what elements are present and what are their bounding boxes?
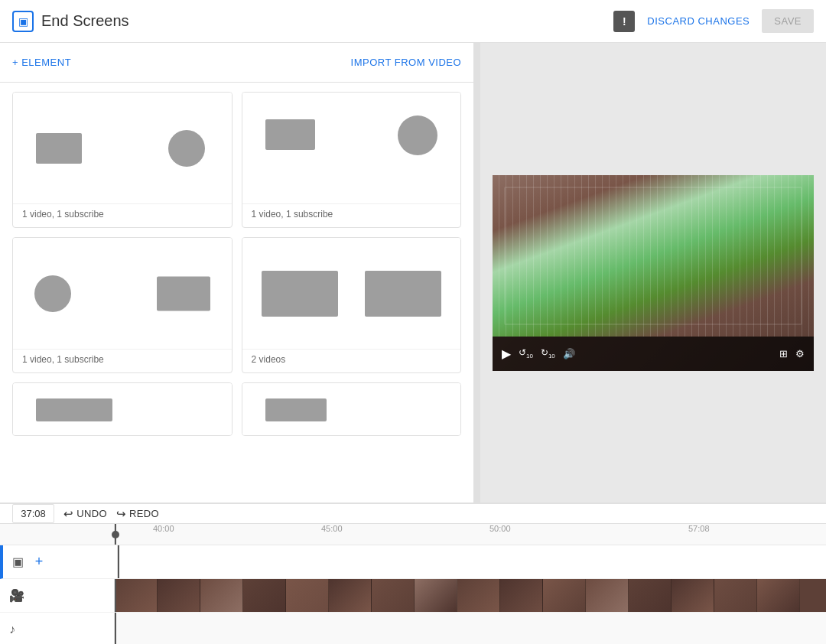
templates-panel: + ELEMENT IMPORT FROM VIDEO 1 video, 1 s… <box>0 43 474 503</box>
template-preview-4 <box>242 238 461 349</box>
rewind-10-button[interactable]: ↺10 <box>519 347 533 359</box>
filmstrip-frame-11 <box>543 579 586 612</box>
template-preview-2 <box>242 93 461 203</box>
end-screens-icon: ▣ <box>12 11 34 32</box>
video-image-area <box>493 175 814 337</box>
audio-track-label: ♪ <box>0 613 115 644</box>
end-screen-track-content <box>118 545 826 578</box>
template-card-2[interactable]: 1 video, 1 subscribe <box>242 92 462 228</box>
ruler-playhead-circle <box>112 531 119 538</box>
redo-arrow-icon: ↪ <box>116 507 126 521</box>
video-track: 🎥 <box>0 579 826 613</box>
timeline-toolbar: 37:08 ↩ UNDO ↪ REDO <box>0 504 826 524</box>
ruler-mark-4: 57:08 <box>688 524 710 533</box>
tpl3-subscribe-circle <box>34 275 71 312</box>
audio-track: ♪ <box>0 613 826 644</box>
header-right: ! DISCARD CHANGES SAVE <box>613 9 814 33</box>
filmstrip-frame-3 <box>200 579 243 612</box>
video-track-playhead <box>115 579 116 612</box>
template-card-5[interactable] <box>12 382 233 436</box>
timeline-area: 37:08 ↩ UNDO ↪ REDO 40:00 45:00 50:00 57… <box>0 503 826 644</box>
tpl5-rect <box>36 398 112 421</box>
video-container: ▶ ↺10 ↻10 🔊 ⊞ ⚙ <box>493 175 814 371</box>
timeline-tracks: ▣ + 🎥 <box>0 545 826 644</box>
undo-arrow-icon: ↩ <box>63 507 73 521</box>
ruler-marks-area: 40:00 45:00 50:00 57:08 <box>115 524 826 545</box>
end-screen-add-button[interactable]: + <box>30 553 48 571</box>
templates-grid: 1 video, 1 subscribe 1 video, 1 subscrib… <box>0 83 473 445</box>
filmstrip-frame-7 <box>372 579 415 612</box>
template-card-4[interactable]: 2 videos <box>242 237 462 373</box>
header-left: ▣ End Screens <box>12 11 129 32</box>
template-card-1[interactable]: 1 video, 1 subscribe <box>12 92 233 228</box>
volume-button[interactable]: 🔊 <box>563 348 575 359</box>
ruler-mark-3: 50:00 <box>489 524 511 533</box>
track-playhead-line <box>118 545 119 578</box>
filmstrip-frame-4 <box>243 579 286 612</box>
filmstrip <box>115 579 826 612</box>
end-screen-track-label: ▣ + <box>3 545 118 578</box>
page-title: End Screens <box>41 12 129 30</box>
end-screen-track: ▣ + <box>0 545 826 579</box>
video-placeholder: ▶ ↺10 ↻10 🔊 ⊞ ⚙ <box>493 175 814 371</box>
grid-view-button[interactable]: ⊞ <box>779 348 788 359</box>
app-header: ▣ End Screens ! DISCARD CHANGES SAVE <box>0 0 826 43</box>
video-controls-right: ⊞ ⚙ <box>779 348 805 359</box>
template-label-1: 1 video, 1 subscribe <box>13 203 232 227</box>
template-preview-1 <box>13 93 232 203</box>
tpl3-video-rect <box>157 276 210 311</box>
video-frame-border <box>504 187 802 325</box>
filmstrip-frame-12 <box>586 579 629 612</box>
filmstrip-frame-14 <box>672 579 714 612</box>
ruler-mark-2: 45:00 <box>321 524 343 533</box>
screen-icon-glyph: ▣ <box>18 15 28 28</box>
template-label-3: 1 video, 1 subscribe <box>13 349 232 372</box>
template-label-4: 2 videos <box>242 349 461 372</box>
save-button[interactable]: SAVE <box>762 9 814 33</box>
audio-track-icon: ♪ <box>9 623 15 636</box>
settings-button[interactable]: ⚙ <box>795 348 805 359</box>
tpl6-rect <box>265 398 327 421</box>
timeline-ruler: 40:00 45:00 50:00 57:08 <box>0 524 826 545</box>
template-label-2: 1 video, 1 subscribe <box>242 203 461 227</box>
video-track-content <box>115 579 826 612</box>
play-button[interactable]: ▶ <box>502 346 511 361</box>
template-card-6[interactable] <box>242 382 462 436</box>
undo-button[interactable]: ↩ UNDO <box>63 507 107 521</box>
ruler-playhead <box>115 524 116 545</box>
forward-10-button[interactable]: ↻10 <box>541 347 555 359</box>
video-track-icon: 🎥 <box>9 588 24 603</box>
discard-changes-button[interactable]: DISCARD CHANGES <box>647 15 750 27</box>
ruler-mark-1: 40:00 <box>153 524 174 533</box>
tpl2-subscribe-circle <box>398 115 437 155</box>
video-track-label: 🎥 <box>0 579 115 612</box>
add-element-button[interactable]: + ELEMENT <box>12 57 71 68</box>
timeline-body: 40:00 45:00 50:00 57:08 ▣ + <box>0 524 826 644</box>
video-controls-left: ▶ ↺10 ↻10 🔊 <box>502 346 575 361</box>
redo-button[interactable]: ↪ REDO <box>116 507 159 521</box>
end-screen-track-icon: ▣ <box>12 555 24 569</box>
filmstrip-frame-1 <box>115 579 158 612</box>
template-preview-5 <box>13 383 232 436</box>
tpl1-video-rect <box>36 133 82 164</box>
ruler-spacer <box>0 524 115 545</box>
import-from-video-button[interactable]: IMPORT FROM VIDEO <box>351 57 462 68</box>
template-preview-6 <box>242 383 461 436</box>
audio-track-content <box>115 613 826 644</box>
filmstrip-frame-15 <box>714 579 757 612</box>
tpl4-video-rect-1 <box>262 271 338 317</box>
panel-divider <box>474 43 480 503</box>
filmstrip-frame-5 <box>286 579 329 612</box>
main-content: + ELEMENT IMPORT FROM VIDEO 1 video, 1 s… <box>0 43 826 503</box>
filmstrip-frame-13 <box>629 579 672 612</box>
audio-track-playhead <box>115 613 116 644</box>
filmstrip-frame-16 <box>757 579 800 612</box>
tpl4-video-rect-2 <box>365 271 441 317</box>
tpl1-subscribe-circle <box>168 130 205 167</box>
audio-track-empty <box>115 613 826 644</box>
alert-icon: ! <box>613 11 635 32</box>
tpl2-video-rect <box>265 119 315 150</box>
video-controls-bar: ▶ ↺10 ↻10 🔊 ⊞ ⚙ <box>493 337 814 371</box>
time-display: 37:08 <box>12 504 54 523</box>
template-card-3[interactable]: 1 video, 1 subscribe <box>12 237 233 373</box>
